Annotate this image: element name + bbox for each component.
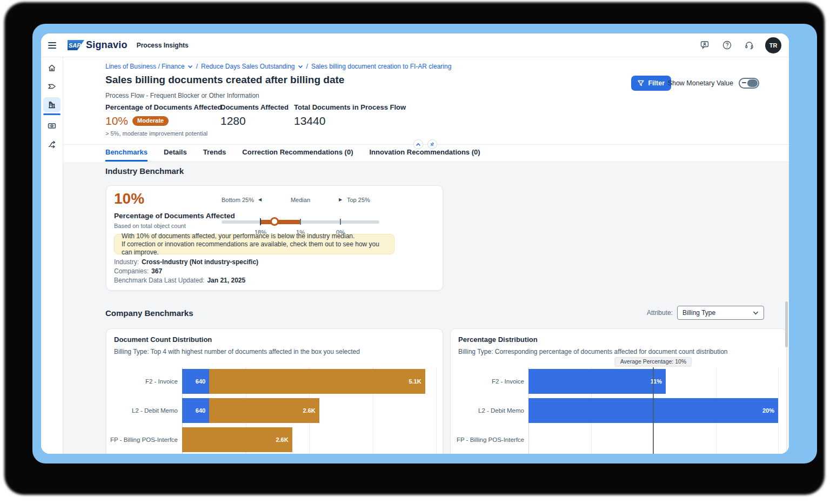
- slider-quartile-range: [260, 220, 300, 224]
- breadcrumb: Lines of Business / Finance / Reduce Day…: [105, 63, 451, 70]
- slider-tick-median: [300, 219, 301, 225]
- menu-icon[interactable]: [48, 40, 59, 51]
- bar-segment[interactable]: 5.1K: [209, 369, 425, 394]
- bar-segment[interactable]: 640: [182, 369, 209, 394]
- benchmark-value-note: Based on total object count: [114, 223, 186, 229]
- bar-segment[interactable]: 11%: [528, 369, 666, 394]
- sidebar-active-indicator: [43, 113, 61, 115]
- stat-value: 1280: [220, 115, 246, 127]
- app-name: Process Insights: [137, 42, 189, 49]
- chart-subtitle: Billing Type: Corresponding percentage o…: [458, 348, 786, 355]
- category-label: F2 - Invoice: [114, 369, 182, 394]
- flow-arrows-icon: [47, 139, 57, 149]
- process-tag-icon: [47, 82, 57, 91]
- building-icon: [47, 100, 57, 110]
- page-title: Sales billing documents created after bi…: [105, 74, 344, 86]
- average-line: [653, 367, 654, 454]
- tab-bar: Benchmarks Details Trends Correction Rec…: [105, 144, 789, 162]
- tab-trends[interactable]: Trends: [203, 144, 226, 162]
- bar-value-label: 5.1K: [409, 378, 425, 385]
- slider-your-position[interactable]: [270, 217, 279, 226]
- stat-percentage-affected: Percentage of Documents Affected 10% Mod…: [105, 103, 222, 137]
- category-label: L2 - Debit Memo: [114, 398, 182, 423]
- bar-value-label: 2.6K: [303, 407, 319, 414]
- slider-median-label: Median: [291, 197, 310, 203]
- app-window: SAP Signavio Process Insights: [41, 33, 789, 454]
- chart-title: Percentage Distribution: [458, 335, 786, 344]
- bar-segment[interactable]: 640: [182, 398, 209, 423]
- breadcrumb-reduce-dso[interactable]: Reduce Days Sales Outstanding: [201, 63, 303, 70]
- breadcrumb-separator: /: [306, 63, 308, 70]
- app-bar: SAP Signavio Process Insights: [41, 33, 789, 57]
- sidebar-item-flows[interactable]: [43, 137, 61, 152]
- sidebar-item-processes[interactable]: [43, 79, 61, 94]
- stat-value: 10%: [105, 115, 128, 127]
- help-icon[interactable]: [721, 39, 733, 51]
- sap-logo: SAP: [68, 40, 84, 50]
- sidebar-item-value[interactable]: [43, 118, 61, 133]
- status-badge: Moderate: [132, 116, 169, 126]
- tab-benchmarks[interactable]: Benchmarks: [105, 144, 148, 162]
- arrow-left-icon: ◀: [258, 197, 262, 202]
- tab-details[interactable]: Details: [164, 144, 187, 162]
- stat-documents-affected: Documents Affected 1280: [220, 103, 289, 127]
- company-benchmarks-heading: Company Benchmarks: [105, 308, 193, 318]
- benchmark-value-label: Percentage of Documents Affected: [114, 212, 235, 220]
- feedback-icon[interactable]: [699, 39, 711, 51]
- attribute-dropdown[interactable]: Billing Type: [677, 306, 764, 320]
- attribute-label: Attribute:: [647, 309, 673, 317]
- chart-row: L2 - Debit Memo20%: [458, 398, 786, 423]
- scrollbar-thumb[interactable]: [785, 301, 788, 347]
- breadcrumb-lines-of-business[interactable]: Lines of Business / Finance: [105, 63, 193, 70]
- industry-benchmark-heading: Industry Benchmark: [105, 166, 184, 176]
- chart-row: FP - Billing POS-Interfce: [458, 427, 786, 452]
- brand: SAP Signavio Process Insights: [68, 39, 189, 51]
- sidebar-item-process-insights[interactable]: [43, 97, 61, 112]
- slider-top-label: Top 25%: [347, 197, 370, 203]
- page-header: Lines of Business / Finance / Reduce Day…: [63, 57, 789, 162]
- chart-row: L2 - Debit Memo6402.6K: [114, 398, 443, 423]
- chevron-down-icon: [188, 65, 193, 69]
- detail-row: Companies:367: [114, 267, 258, 276]
- slider-tick-top25: [340, 219, 341, 225]
- category-label: FP - Billing POS-Interfce: [458, 427, 528, 452]
- breadcrumb-separator: /: [196, 63, 198, 70]
- bar-value-label: 640: [196, 378, 209, 385]
- bar-segment[interactable]: 2.6K: [209, 398, 319, 423]
- signavio-wordmark: Signavio: [86, 39, 128, 51]
- filter-icon: [638, 80, 644, 86]
- toggle-knob: [747, 79, 758, 87]
- bar-segment[interactable]: 2.6K: [182, 427, 292, 452]
- average-percentage-tooltip: Average Percentage: 10%: [615, 357, 692, 366]
- toggle-label: Show Monetary Value: [668, 79, 733, 87]
- slider-tick-bottom25: [260, 218, 261, 225]
- avatar[interactable]: TR: [765, 37, 781, 53]
- attribute-selector-row: Attribute: Billing Type: [647, 306, 764, 320]
- support-headset-icon[interactable]: [743, 39, 755, 51]
- benchmarks-tab-content: Industry Benchmark 10% Percentage of Doc…: [63, 162, 789, 454]
- chevron-down-icon: [298, 65, 303, 69]
- category-label: L2 - Debit Memo: [458, 398, 528, 423]
- sidebar-item-home[interactable]: [43, 61, 61, 76]
- percentage-distribution-card: Percentage Distribution Billing Type: Co…: [450, 328, 787, 454]
- bar-value-label: 2.6K: [276, 436, 292, 443]
- detail-row: Benchmark Data Last Updated:Jan 21, 2025: [114, 276, 258, 285]
- chart-subtitle: Billing Type: Top 4 with highest number …: [114, 348, 443, 355]
- chart-row: F2 - Invoice6405.1K: [114, 369, 443, 394]
- category-label: FP - Billing POS-Interfce: [114, 427, 182, 452]
- chart-title: Document Count Distribution: [114, 335, 443, 344]
- stat-total-documents: Total Documents in Process Flow 13440: [294, 103, 406, 127]
- home-icon: [47, 63, 57, 73]
- breadcrumb-current[interactable]: Sales billing document creation to FI-AR…: [311, 63, 451, 70]
- tab-innovation-recommendations[interactable]: Innovation Recommendations (0): [369, 144, 480, 162]
- monetary-value-toggle[interactable]: [739, 78, 759, 89]
- bar-chart: F2 - Invoice6405.1KL2 - Debit Memo6402.6…: [114, 367, 443, 454]
- tab-correction-recommendations[interactable]: Correction Recommendations (0): [242, 144, 353, 162]
- stat-value: 13440: [294, 115, 325, 127]
- benchmark-value: 10%: [114, 190, 144, 207]
- bar-chart: Average Percentage: 10% F2 - Invoice11%L…: [458, 367, 786, 454]
- arrow-right-icon: ▶: [339, 197, 342, 202]
- slider-bottom-label: Bottom 25%: [222, 197, 254, 203]
- industry-benchmark-card: 10% Percentage of Documents Affected Bas…: [106, 185, 443, 291]
- filter-button[interactable]: Filter: [631, 76, 671, 91]
